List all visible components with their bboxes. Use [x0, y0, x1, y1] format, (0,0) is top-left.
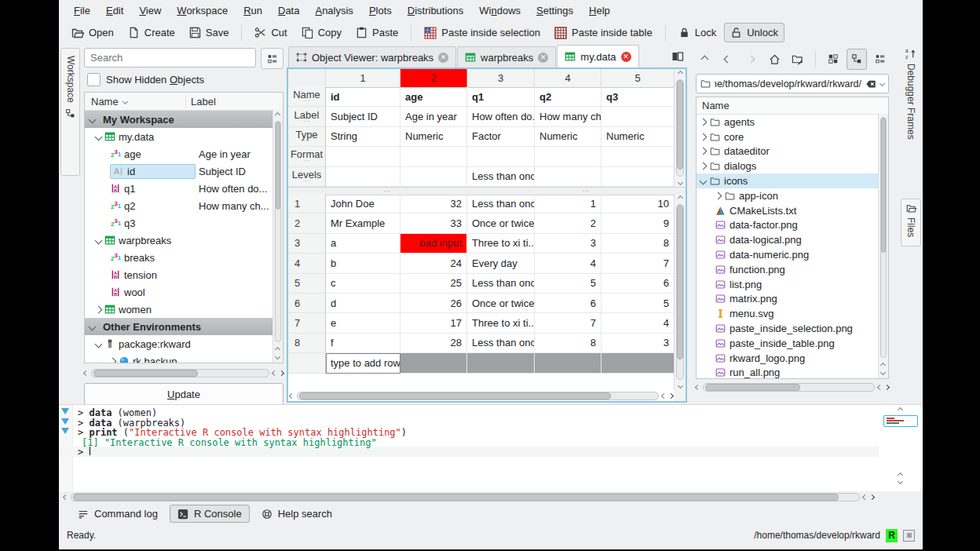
row-header-7[interactable]: 7 — [288, 313, 326, 333]
workspace-item-age[interactable]: ageAge in year — [85, 145, 283, 162]
cell[interactable]: 5 — [535, 274, 602, 294]
workspace-group-my-workspace[interactable]: My Workspace — [85, 111, 283, 128]
tab-warpbreaks[interactable]: warpbreaks ✕ — [457, 46, 556, 68]
column-header-name[interactable]: Name — [91, 96, 119, 108]
workspace-item-tension[interactable]: tension — [85, 266, 283, 283]
meta-cell[interactable] — [326, 147, 400, 166]
cell-bad-input[interactable]: bad input — [400, 234, 467, 254]
meta-cell[interactable]: q3 — [602, 87, 675, 107]
cell[interactable]: 24 — [400, 254, 467, 273]
cell[interactable]: John Doe — [326, 194, 400, 213]
meta-cell[interactable]: age — [400, 87, 467, 107]
open-folder-button[interactable] — [788, 49, 809, 70]
close-icon[interactable]: ✕ — [438, 53, 448, 63]
data-vscrollbar[interactable] — [674, 194, 686, 390]
meta-cell[interactable] — [326, 167, 400, 187]
cell[interactable]: 32 — [400, 194, 467, 213]
tab-object-viewer-warpbreaks[interactable]: Object Viewer: warpbreaks ✕ — [288, 46, 456, 68]
back-button[interactable] — [718, 49, 739, 70]
row-header-levels[interactable]: Levels⋯ — [288, 167, 326, 187]
copy-button[interactable]: Copy — [295, 23, 348, 42]
row-header-1[interactable]: 1 — [288, 194, 326, 213]
meta-cell[interactable]: Less than onc... — [467, 167, 535, 187]
menu-view[interactable]: View — [132, 2, 168, 19]
workspace-item-wool[interactable]: wool — [85, 283, 283, 301]
chevron-right-icon[interactable] — [95, 305, 103, 313]
workspace-item-rk-backup[interactable]: rk.backup... — [85, 352, 283, 363]
console-hscrollbar[interactable] — [59, 491, 923, 503]
update-button[interactable]: Update — [84, 383, 283, 405]
meta-cell[interactable] — [535, 167, 602, 187]
cell[interactable]: Once or twice... — [467, 294, 535, 313]
file-item-agents[interactable]: agents — [697, 115, 888, 130]
chevron-right-icon[interactable] — [715, 192, 722, 199]
row-header-3[interactable]: 3 — [288, 234, 326, 254]
open-button[interactable]: Open — [65, 23, 120, 43]
menu-workspace[interactable]: Workspace — [170, 2, 235, 19]
paste-inside-selection-button[interactable]: Paste inside selection — [418, 23, 547, 43]
menu-distributions[interactable]: Distributions — [400, 2, 471, 19]
meta-cell[interactable]: Numeric — [535, 127, 602, 147]
cell[interactable]: 25 — [400, 274, 467, 294]
icons-view-button[interactable] — [823, 49, 844, 70]
chevron-right-icon[interactable] — [700, 133, 708, 140]
meta-cell[interactable] — [535, 147, 602, 166]
meta-cell[interactable]: q1 — [467, 87, 535, 107]
search-input[interactable] — [84, 48, 256, 68]
console-input-line[interactable]: > — [59, 447, 879, 457]
workspace-item-women[interactable]: women — [85, 301, 283, 318]
chevron-right-icon[interactable] — [700, 148, 708, 155]
save-button[interactable]: Save — [183, 23, 236, 42]
menu-data[interactable]: Data — [271, 2, 306, 19]
cut-button[interactable]: Cut — [248, 23, 293, 42]
cell[interactable]: b — [326, 254, 400, 273]
row-header-2[interactable]: 2 — [288, 213, 326, 233]
list-options-button[interactable] — [261, 48, 283, 69]
lock-button[interactable]: Lock — [672, 23, 722, 42]
workspace-item-package-rkward[interactable]: package:rkward — [85, 335, 283, 352]
cell[interactable]: Three to xi ti... — [467, 313, 535, 333]
console-text[interactable]: > data (women) > data (warpbreaks) > pri… — [78, 407, 879, 457]
file-item-core[interactable]: core — [697, 130, 888, 144]
split-view-icon[interactable] — [671, 50, 684, 63]
workspace-hscrollbar[interactable] — [84, 368, 283, 378]
meta-cell[interactable]: id — [326, 87, 400, 107]
file-tree-header[interactable]: Name — [697, 97, 888, 115]
tab-mydata[interactable]: my.data ✕ — [557, 45, 638, 68]
close-modified-icon[interactable]: ✕ — [621, 52, 631, 62]
home-button[interactable] — [764, 49, 785, 70]
meta-cell[interactable]: Factor — [467, 127, 535, 147]
cell[interactable]: 3 — [602, 334, 675, 353]
cell[interactable]: 3 — [535, 234, 602, 254]
meta-cell[interactable] — [602, 107, 675, 126]
workspace-item-q2[interactable]: q2How many ch... — [85, 197, 283, 214]
file-item-data-logical[interactable]: data-logical.png — [697, 232, 888, 247]
meta-cell[interactable] — [602, 167, 675, 187]
clear-path-icon[interactable] — [865, 78, 876, 89]
file-item-function[interactable]: function.png — [697, 262, 888, 277]
cell[interactable]: 10 — [602, 194, 675, 213]
cell[interactable]: 8 — [535, 334, 602, 353]
file-tree-hscrollbar[interactable] — [696, 382, 889, 392]
workspace-item-q1[interactable]: q1How often do... — [85, 180, 283, 197]
help-search-tab[interactable]: Help search — [254, 505, 340, 523]
cell[interactable]: Less than onc... — [467, 334, 535, 353]
debugger-frames-side-tab[interactable]: Debugger Frames — [905, 64, 916, 140]
file-tree-vscrollbar[interactable] — [878, 114, 888, 378]
row-header-name[interactable]: Name⋯ — [288, 87, 326, 107]
row-header-type[interactable]: Type⋯ — [288, 127, 326, 147]
chevron-down-icon[interactable] — [95, 236, 103, 244]
column-header-3[interactable]: 3 — [467, 69, 535, 87]
console-vscrollbar[interactable] — [882, 407, 920, 488]
file-item-dialogs[interactable]: dialogs — [697, 159, 888, 173]
row-header-8[interactable]: 8 — [288, 334, 326, 353]
file-item-app-icon[interactable]: app-icon — [697, 188, 888, 203]
cell[interactable]: Three to xi ti... — [467, 234, 535, 254]
chevron-right-icon[interactable] — [700, 118, 708, 126]
meta-cell[interactable]: How often do... — [467, 107, 535, 126]
meta-cell[interactable]: Numeric — [400, 127, 467, 147]
chevron-down-icon[interactable] — [89, 115, 97, 123]
console-minimap[interactable] — [883, 415, 918, 427]
file-item-data-numeric[interactable]: data-numeric.png — [697, 247, 888, 262]
cell[interactable]: 28 — [400, 334, 467, 353]
